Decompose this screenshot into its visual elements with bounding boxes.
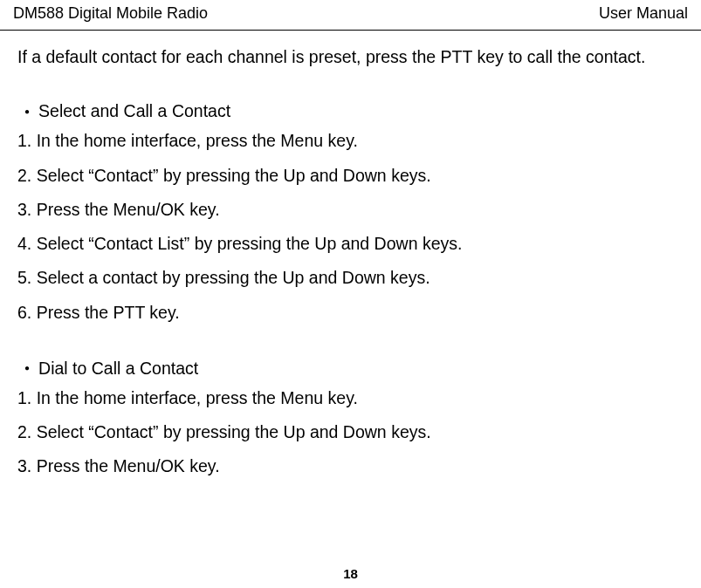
- page-header: DM588 Digital Mobile Radio User Manual: [0, 0, 701, 31]
- step-item: 2. Select “Contact” by pressing the Up a…: [17, 420, 684, 444]
- step-item: 5. Select a contact by pressing the Up a…: [17, 265, 684, 290]
- page-content: If a default contact for each channel is…: [0, 31, 701, 479]
- intro-paragraph: If a default contact for each channel is…: [17, 46, 684, 68]
- page-number: 18: [0, 566, 701, 581]
- section-title-dial-call: Dial to Call a Contact: [17, 359, 684, 379]
- step-item: 6. Press the PTT key.: [17, 300, 684, 325]
- step-item: 3. Press the Menu/OK key.: [17, 454, 684, 478]
- step-item: 4. Select “Contact List” by pressing the…: [17, 231, 684, 256]
- section-title-select-call: Select and Call a Contact: [17, 101, 684, 121]
- step-item: 3. Press the Menu/OK key.: [17, 197, 684, 222]
- step-item: 2. Select “Contact” by pressing the Up a…: [17, 163, 684, 188]
- step-item: 1. In the home interface, press the Menu…: [17, 128, 684, 153]
- section-title-text: Dial to Call a Contact: [38, 359, 198, 378]
- header-doc-type: User Manual: [599, 4, 688, 23]
- header-product-name: DM588 Digital Mobile Radio: [13, 4, 208, 23]
- step-item: 1. In the home interface, press the Menu…: [17, 386, 684, 410]
- section-spacer: [17, 334, 684, 359]
- section-title-text: Select and Call a Contact: [38, 101, 230, 120]
